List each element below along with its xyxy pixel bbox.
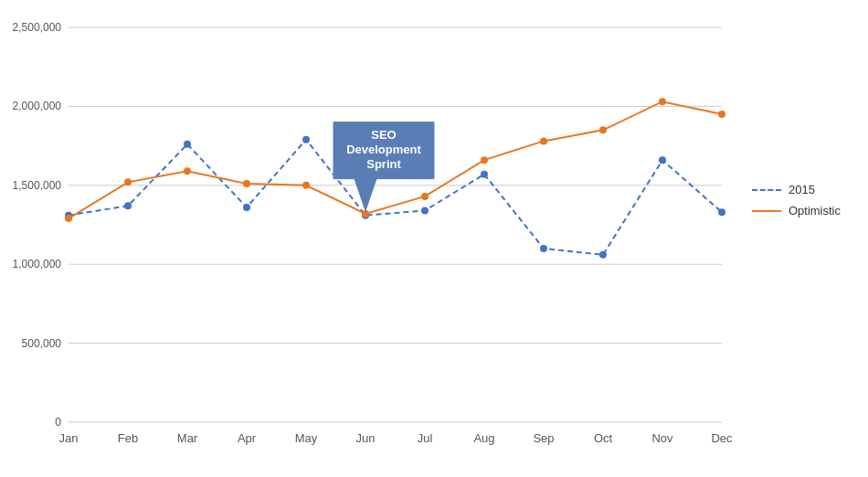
svg-point-31 <box>481 171 488 178</box>
legend-line-optimistic <box>752 210 781 212</box>
svg-text:2,500,000: 2,500,000 <box>13 21 62 34</box>
svg-point-40 <box>302 182 310 189</box>
svg-point-39 <box>243 180 250 187</box>
svg-text:Nov: Nov <box>651 431 673 445</box>
svg-text:2,000,000: 2,000,000 <box>13 100 62 112</box>
svg-point-30 <box>421 207 429 214</box>
svg-point-25 <box>124 202 132 209</box>
svg-text:1,500,000: 1,500,000 <box>13 179 62 192</box>
chart-legend: 2015 Optimistic <box>752 183 841 217</box>
svg-point-45 <box>599 126 607 133</box>
svg-point-36 <box>65 215 72 222</box>
chart-container: 0500,0001,000,0001,500,0002,000,0002,500… <box>0 0 868 477</box>
svg-point-34 <box>659 156 666 164</box>
svg-point-26 <box>184 141 191 148</box>
svg-text:Aug: Aug <box>473 431 494 445</box>
svg-text:Jun: Jun <box>356 431 376 445</box>
legend-line-2015 <box>752 189 781 191</box>
chart-svg: 0500,0001,000,0001,500,0002,000,0002,500… <box>0 0 868 477</box>
legend-item-optimistic: Optimistic <box>752 204 841 217</box>
svg-text:SEO: SEO <box>371 128 396 142</box>
svg-text:0: 0 <box>55 416 61 429</box>
svg-text:Jan: Jan <box>59 431 79 445</box>
legend-item-2015: 2015 <box>752 183 841 196</box>
svg-text:Sprint: Sprint <box>366 157 401 171</box>
svg-point-28 <box>302 136 310 143</box>
svg-text:Feb: Feb <box>118 431 138 445</box>
svg-point-27 <box>243 204 250 211</box>
svg-text:Mar: Mar <box>177 431 198 445</box>
legend-label-optimistic: Optimistic <box>789 204 841 217</box>
svg-point-43 <box>481 156 488 164</box>
svg-point-37 <box>124 178 132 186</box>
svg-text:1,000,000: 1,000,000 <box>13 258 62 270</box>
svg-point-35 <box>718 208 725 216</box>
svg-text:Apr: Apr <box>238 431 257 445</box>
svg-text:May: May <box>295 431 318 445</box>
svg-text:Oct: Oct <box>594 431 613 445</box>
svg-point-46 <box>659 98 666 105</box>
svg-text:Jul: Jul <box>418 431 433 445</box>
svg-point-33 <box>599 251 607 259</box>
legend-label-2015: 2015 <box>789 183 815 196</box>
svg-text:500,000: 500,000 <box>22 337 62 350</box>
svg-point-47 <box>718 111 725 118</box>
svg-text:Sep: Sep <box>533 431 554 445</box>
svg-point-32 <box>540 245 547 252</box>
svg-point-44 <box>540 137 547 144</box>
svg-text:Development: Development <box>346 143 421 156</box>
svg-point-42 <box>421 193 429 200</box>
svg-point-38 <box>184 167 191 175</box>
svg-text:Dec: Dec <box>711 431 733 445</box>
